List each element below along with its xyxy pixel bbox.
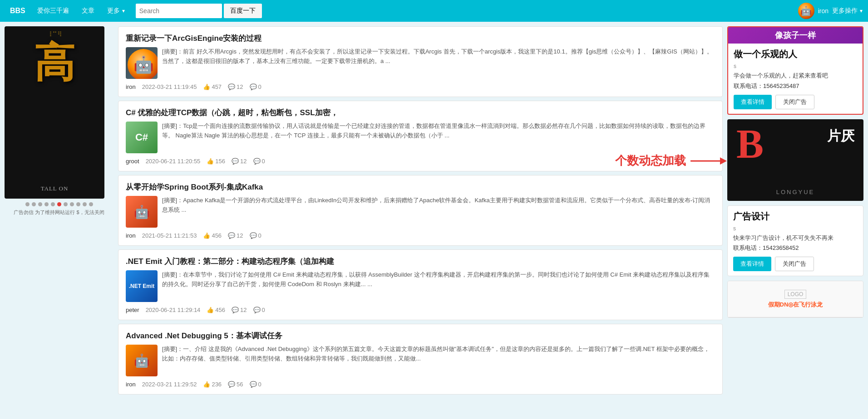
post-comments: 💬 56: [228, 381, 243, 388]
dot-8[interactable]: [70, 202, 74, 206]
ad-card-3-subtitle: 假期DN◎在飞行泳龙: [768, 301, 823, 309]
dot-2[interactable]: [32, 202, 36, 206]
nav-item-more[interactable]: 更多: [102, 4, 130, 18]
left-sidebar: ⠸⠉⠻ 高 TALL ON 广告勿信 为了维持网站运行 $，无法关闭: [5, 26, 113, 398]
post-card: Advanced .Net Debugging 5：基本调试任务 🤖 [摘要]：…: [118, 324, 723, 395]
post-meta: iron 2022-03-21 11:19:45 👍 457 💬 12 💬 0: [126, 83, 715, 90]
post-meta: iron 2021-05-21 11:21:53 👍 456 💬 12 💬 0: [126, 232, 715, 239]
ad-card-1-phone: 联系电话：15645235487: [734, 82, 857, 90]
user-area: 🤖 iron 更多操作: [798, 3, 863, 19]
dot-1[interactable]: [25, 202, 30, 206]
ad-card-3-logo-label: LOGO: [784, 290, 807, 299]
ad-card-3-image: LOGO 假期DN◎在飞行泳龙: [728, 281, 863, 317]
ad-card-2-side-text: 片厌: [827, 128, 854, 143]
center-content: 重新记录一下ArcGisEngine安装的过程 🤖 [摘要]：前言 好久不用Ar…: [118, 26, 723, 398]
post-title[interactable]: Advanced .Net Debugging 5：基本调试任务: [126, 331, 715, 341]
banner-sub-text: TALL ON: [41, 185, 69, 192]
post-date: 2020-06-21 11:29:14: [146, 307, 201, 313]
post-body: 🤖 [摘要]：前言 好久不用Arcgis，突然发现想用时，有点不会安装了，所以这…: [126, 47, 715, 79]
post-thumbnail: .NET Emit: [126, 270, 158, 302]
carousel-dots: [5, 202, 113, 206]
ad-card-2-brand: LONGYUE: [776, 189, 815, 195]
ad-card-1-actions: 查看详情 关闭广告: [734, 95, 857, 109]
post-date: 2020-06-21 11:20:55: [146, 158, 201, 165]
post-card: C# 优雅的处理TCP数据（心跳，超时，粘包断包，SSL加密， C# [摘要]：…: [118, 101, 723, 171]
sidebar-banner: ⠸⠉⠻ 高 TALL ON: [5, 26, 104, 199]
post-excerpt: [摘要]：一、介绍 这是我的《Advanced .Net Debugging》这…: [162, 345, 715, 364]
ad-card-2-title: 广告设计: [733, 210, 858, 223]
post-meta: groot 2020-06-21 11:20:55 👍 156 💬 12 💬 0: [126, 158, 715, 165]
ad-card-1-header: 像孩子一样: [728, 27, 863, 44]
main-layout: ⠸⠉⠻ 高 TALL ON 广告勿信 为了维持网站运行 $，无法关闭 重新记录一…: [0, 22, 868, 403]
search-input[interactable]: [136, 4, 222, 18]
ad-card-1: 像孩子一样 做一个乐观的人 s 学会做一个乐观的人，赶紧来查看吧 联系电话：15…: [727, 26, 863, 115]
ad-card-2-actions: 查看详情 关闭广告: [733, 257, 858, 271]
ad-card-2-phone: 联系电话：15423658452: [733, 244, 858, 252]
dot-9[interactable]: [76, 202, 80, 206]
post-messages: 💬 0: [253, 307, 265, 313]
more-ops-button[interactable]: 更多操作: [832, 7, 863, 15]
post-comments: 💬 12: [228, 83, 243, 90]
ad-card-2-image: B 片厌 LONGYUE: [727, 119, 863, 201]
dot-4[interactable]: [44, 202, 49, 206]
post-author: iron: [126, 232, 136, 239]
post-thumbnail: 🤖: [126, 196, 158, 228]
dot-5[interactable]: [51, 202, 55, 206]
post-messages: 💬 0: [250, 381, 261, 388]
post-excerpt: [摘要]：Apache Kafka是一个开源的分布式流处理平台，由LinkedI…: [162, 196, 715, 215]
post-title[interactable]: 从零开始学Spring Boot系列-集成Kafka: [126, 182, 715, 192]
ad-close-button-1[interactable]: 关闭广告: [775, 95, 814, 109]
post-body: C# [摘要]：Tcp是一个面向连接的流数据传输协议，用人话说就是传输是一个已经…: [126, 122, 715, 153]
post-body: 🤖 [摘要]：一、介绍 这是我的《Advanced .Net Debugging…: [126, 345, 715, 376]
search-bar: 百度一下: [136, 4, 262, 18]
post-body: .NET Emit [摘要]：在本章节中，我们讨论了如何使用 C# Emit 来…: [126, 270, 715, 302]
post-card: 重新记录一下ArcGisEngine安装的过程 🤖 [摘要]：前言 好久不用Ar…: [118, 26, 723, 97]
avatar[interactable]: 🤖: [798, 3, 814, 19]
ad-notice: 广告勿信 为了维持网站运行 $，无法关闭: [5, 209, 113, 216]
post-excerpt: [摘要]：Tcp是一个面向连接的流数据传输协议，用人话说就是传输是一个已经建立好…: [162, 122, 715, 141]
ad-card-2-letter: B: [736, 124, 764, 165]
post-likes: 👍 236: [203, 381, 222, 388]
ad-detail-button-2[interactable]: 查看详情: [733, 257, 771, 271]
banner-top-deco: ⠸⠉⠻: [47, 31, 62, 38]
right-sidebar: 像孩子一样 做一个乐观的人 s 学会做一个乐观的人，赶紧来查看吧 联系电话：15…: [727, 26, 863, 398]
post-meta: peter 2020-06-21 11:29:14 👍 456 💬 12 💬 0: [126, 307, 715, 313]
post-comments: 💬 12: [232, 307, 247, 313]
post-excerpt: [摘要]：在本章节中，我们讨论了如何使用 C# Emit 来构建动态程序集，以获…: [162, 270, 715, 289]
post-thumbnail: C#: [126, 122, 158, 153]
dot-10[interactable]: [83, 202, 87, 206]
post-author: peter: [126, 307, 139, 313]
post-title[interactable]: C# 优雅的处理TCP数据（心跳，超时，粘包断包，SSL加密，: [126, 107, 715, 118]
post-date: 2021-05-21 11:21:53: [142, 232, 197, 239]
ad-card-2-body: 广告设计 s 快来学习广告设计，机不可失失不再来 联系电话：1542365845…: [727, 205, 863, 277]
post-title[interactable]: 重新记录一下ArcGisEngine安装的过程: [126, 33, 715, 44]
post-messages: 💬 0: [253, 158, 265, 165]
ad-close-button-2[interactable]: 关闭广告: [775, 257, 814, 271]
search-button[interactable]: 百度一下: [224, 4, 262, 18]
nav-item-home[interactable]: 爱你三千遍: [32, 4, 74, 18]
ad-card-1-body: 做一个乐观的人 s 学会做一个乐观的人，赶紧来查看吧 联系电话：15645235…: [728, 44, 863, 114]
dot-11[interactable]: [89, 202, 93, 206]
dot-7[interactable]: [64, 202, 68, 206]
ad-card-2-desc: 快来学习广告设计，机不可失失不再来: [733, 234, 858, 243]
post-comments: 💬 12: [228, 232, 243, 239]
nav-brand[interactable]: BBS: [5, 4, 30, 18]
post-messages: 💬 0: [250, 232, 261, 239]
dot-3[interactable]: [38, 202, 42, 206]
banner-main-text: 高: [34, 44, 75, 81]
post-comments: 💬 12: [232, 158, 247, 165]
nav-item-articles[interactable]: 文章: [76, 4, 100, 18]
post-likes: 👍 456: [207, 307, 225, 313]
ad-card-2-author: s: [733, 225, 858, 232]
ad-card-1-title: 做一个乐观的人: [734, 48, 857, 60]
post-author: iron: [126, 381, 136, 388]
ad-card-3: LOGO 假期DN◎在飞行泳龙: [727, 281, 863, 318]
post-excerpt: [摘要]：前言 好久不用Arcgis，突然发现想用时，有点不会安装了，所以这里记…: [162, 47, 715, 66]
post-title[interactable]: .NET Emit 入门教程：第二部分：构建动态程序集（追加构建: [126, 256, 715, 267]
ad-detail-button-1[interactable]: 查看详情: [734, 95, 772, 109]
post-thumbnail: 🤖: [126, 345, 158, 376]
post-thumbnail: 🤖: [126, 47, 158, 79]
post-date: 2022-03-21 11:19:45: [142, 83, 197, 90]
ad-card-1-author: s: [734, 63, 857, 69]
dot-6[interactable]: [57, 202, 61, 206]
